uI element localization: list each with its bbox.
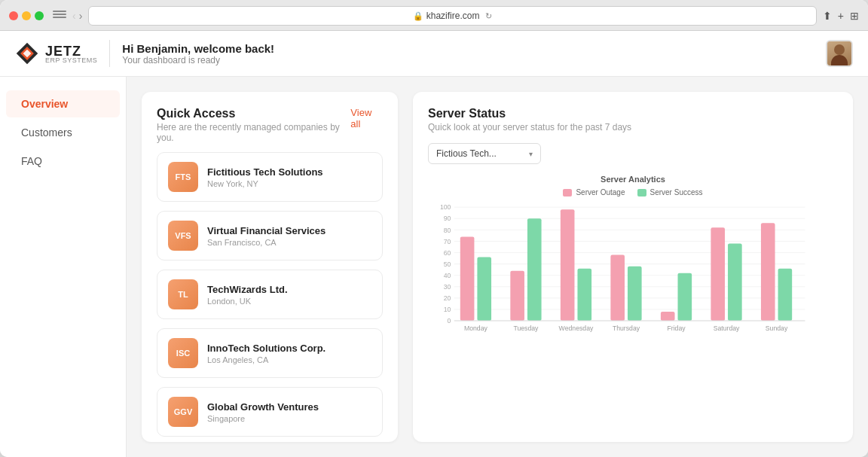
svg-text:70: 70: [444, 238, 451, 245]
legend-label-success: Server Success: [650, 188, 703, 197]
svg-rect-44: [778, 269, 793, 321]
company-card-tl[interactable]: TL TechWizards Ltd. London, UK: [157, 270, 383, 319]
svg-rect-37: [661, 312, 675, 321]
header-left: JETZ ERP SYSTEMS Hi Benjamin, welcome ba…: [15, 40, 274, 67]
sidebar: Overview Customers FAQ: [0, 77, 127, 457]
company-location-isc: Los Angeles, CA: [207, 355, 326, 364]
legend-dot-outage: [563, 189, 572, 197]
server-status-panel: Server Status Quick look at your server …: [413, 92, 853, 442]
svg-rect-25: [460, 236, 475, 321]
logo: JETZ ERP SYSTEMS: [15, 41, 97, 66]
forward-arrow[interactable]: ›: [79, 10, 83, 22]
svg-text:Monday: Monday: [464, 324, 488, 332]
company-avatar-tl: TL: [168, 279, 198, 309]
share-icon[interactable]: ⬆: [823, 10, 832, 22]
svg-rect-41: [728, 243, 742, 321]
main-content: Overview Customers FAQ Quick Access Here…: [0, 77, 868, 457]
svg-text:40: 40: [444, 272, 451, 279]
nav-arrows: ‹ ›: [72, 10, 82, 22]
company-card-fts[interactable]: FTS Fictitious Tech Solutions New York, …: [157, 152, 383, 202]
company-card-vfs[interactable]: VFS Virtual Financial Services San Franc…: [157, 211, 383, 260]
company-name-tl: TechWizards Ltd.: [207, 284, 288, 295]
svg-rect-38: [678, 273, 692, 321]
lock-icon: 🔒: [413, 11, 423, 21]
app-header: JETZ ERP SYSTEMS Hi Benjamin, welcome ba…: [0, 31, 868, 77]
svg-text:30: 30: [444, 283, 451, 291]
quick-access-title: Quick Access: [157, 107, 350, 120]
quick-access-panel: Quick Access Here are the recently manag…: [142, 92, 398, 442]
logo-diamond-icon: [15, 41, 39, 66]
chart-title: Server Analytics: [428, 175, 838, 184]
svg-rect-28: [510, 271, 524, 321]
logo-subtext: ERP SYSTEMS: [45, 56, 97, 64]
svg-text:50: 50: [444, 260, 451, 268]
greeting-title: Hi Benjamin, welcome back!: [122, 42, 274, 55]
chart-area: 0102030405060708090100MondayTuesdayWedne…: [428, 204, 838, 370]
avatar-image: [827, 41, 851, 66]
header-divider: [109, 40, 110, 67]
tabs-icon[interactable]: [53, 11, 66, 21]
reload-icon: ↻: [485, 11, 492, 21]
company-card-ggv[interactable]: GGV Global Growth Ventures Singapore: [157, 387, 383, 437]
company-name-fts: Fictitious Tech Solutions: [207, 166, 323, 178]
url-text: khazifire.com: [426, 11, 480, 21]
company-location-fts: New York, NY: [207, 179, 323, 188]
company-location-ggv: Singapore: [207, 414, 319, 423]
svg-text:90: 90: [444, 215, 451, 223]
legend-item-outage: Server Outage: [563, 188, 625, 197]
svg-rect-31: [561, 209, 575, 321]
sidebar-item-customers[interactable]: Customers: [6, 119, 120, 146]
server-status-title: Server Status: [428, 107, 838, 120]
company-avatar-fts: FTS: [168, 162, 198, 192]
svg-rect-40: [711, 227, 725, 321]
legend-label-outage: Server Outage: [576, 188, 625, 197]
svg-rect-29: [527, 218, 542, 321]
dropdown-label: Fictious Tech...: [436, 148, 497, 159]
maximize-button[interactable]: [35, 11, 44, 20]
avatar[interactable]: [826, 40, 853, 67]
svg-text:Thursday: Thursday: [613, 324, 640, 332]
address-bar[interactable]: 🔒 khazifire.com ↻: [88, 6, 816, 26]
company-name-isc: InnoTech Solutions Corp.: [207, 343, 326, 354]
company-avatar-vfs: VFS: [168, 221, 198, 251]
svg-text:20: 20: [444, 294, 451, 302]
header-greeting: Hi Benjamin, welcome back! Your dashboar…: [122, 42, 274, 66]
svg-text:80: 80: [444, 227, 451, 234]
company-card-isc[interactable]: ISC InnoTech Solutions Corp. Los Angeles…: [157, 328, 383, 378]
svg-rect-26: [477, 257, 491, 321]
grid-icon[interactable]: ⊞: [850, 10, 859, 22]
svg-rect-43: [761, 223, 775, 321]
legend-dot-success: [637, 189, 646, 197]
company-name-ggv: Global Growth Ventures: [207, 401, 319, 413]
company-dropdown[interactable]: Fictious Tech... ▾: [428, 143, 541, 164]
legend-item-success: Server Success: [637, 188, 703, 197]
company-avatar-isc: ISC: [168, 338, 198, 368]
company-info-fts: Fictitious Tech Solutions New York, NY: [207, 166, 323, 188]
view-all-link[interactable]: View all: [350, 107, 383, 129]
close-button[interactable]: [9, 11, 18, 20]
sidebar-item-overview[interactable]: Overview: [6, 90, 120, 117]
content-area: Quick Access Here are the recently manag…: [127, 77, 868, 457]
svg-text:Wednesday: Wednesday: [559, 324, 594, 332]
chevron-down-icon: ▾: [529, 150, 533, 158]
svg-text:Sunday: Sunday: [766, 324, 788, 332]
greeting-subtitle: Your dashboard is ready: [122, 55, 274, 66]
back-arrow[interactable]: ‹: [72, 10, 76, 22]
quick-access-subtitle: Here are the recently managed companies …: [157, 122, 350, 143]
new-tab-icon[interactable]: +: [838, 10, 844, 22]
company-info-tl: TechWizards Ltd. London, UK: [207, 284, 288, 306]
chart-container: Server Analytics Server Outage Server Su…: [428, 175, 838, 427]
bar-chart-svg: 0102030405060708090100MondayTuesdayWedne…: [428, 204, 838, 370]
sidebar-item-faq[interactable]: FAQ: [6, 148, 120, 175]
minimize-button[interactable]: [22, 11, 31, 20]
company-info-isc: InnoTech Solutions Corp. Los Angeles, CA: [207, 343, 326, 364]
browser-actions: ⬆ + ⊞: [823, 10, 859, 22]
svg-text:100: 100: [440, 204, 451, 211]
company-location-vfs: San Francisco, CA: [207, 238, 326, 247]
svg-text:Tuesday: Tuesday: [513, 324, 539, 332]
browser-chrome: ‹ › 🔒 khazifire.com ↻ ⬆ + ⊞: [0, 0, 868, 31]
svg-rect-34: [610, 255, 625, 321]
company-avatar-ggv: GGV: [168, 397, 198, 427]
company-name-vfs: Virtual Financial Services: [207, 225, 326, 236]
app-layout: JETZ ERP SYSTEMS Hi Benjamin, welcome ba…: [0, 31, 868, 457]
